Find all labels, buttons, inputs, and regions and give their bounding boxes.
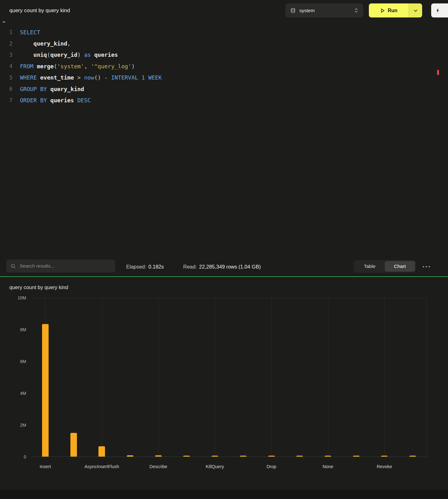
y-tick-label: 6M <box>7 359 26 364</box>
read-value: 22,285,349 rows (1.04 GB) <box>199 264 261 270</box>
bar <box>127 455 133 457</box>
y-tick-label: 10M <box>7 295 26 300</box>
sql-editor[interactable]: 1SELECT2 query_kind,3 uniq(query_id) as … <box>0 21 448 257</box>
search-box <box>6 259 115 273</box>
line-number: 5 <box>0 75 12 81</box>
chart-plot: InsertAsyncInsertFlushDescribeKillQueryD… <box>31 298 427 457</box>
bar <box>381 456 388 457</box>
bar <box>409 456 416 457</box>
chart-panel: query count by query kind InsertAsyncIns… <box>0 277 448 499</box>
updown-chevron-icon <box>354 8 358 13</box>
bar <box>183 456 190 457</box>
tab-chart[interactable]: Chart <box>385 261 415 272</box>
bar <box>70 433 77 457</box>
bar <box>42 324 49 457</box>
top-gridline <box>31 298 427 298</box>
x-axis-line <box>31 457 427 457</box>
view-toggle: Table Chart <box>354 260 416 273</box>
play-icon <box>380 8 385 13</box>
bar <box>325 456 331 457</box>
code-line: 2 query_kind, <box>0 38 448 49</box>
right-gridline <box>427 298 427 457</box>
search-input[interactable] <box>19 263 111 269</box>
database-icon <box>290 8 296 13</box>
line-number: 2 <box>0 41 12 47</box>
code-line: 6GROUP BY query_kind <box>0 83 448 94</box>
v-gridline <box>271 298 272 457</box>
code-text: FROM merge('system', '^query_log') <box>20 63 135 70</box>
x-tick-label: None <box>322 464 333 469</box>
elapsed-stat: Elapsed: 0.182s <box>126 257 164 276</box>
app: { "topbar": { "title": "query count by q… <box>0 0 448 499</box>
database-selector-value: system <box>299 8 354 13</box>
run-button-label: Run <box>388 8 397 13</box>
code-text: WHERE event_time > now() - INTERVAL 1 WE… <box>20 74 162 81</box>
lightning-icon <box>436 8 440 13</box>
run-button-group: Run <box>369 3 422 17</box>
y-tick-label: 0 <box>7 454 26 459</box>
editor-lines: 1SELECT2 query_kind,3 uniq(query_id) as … <box>0 27 448 106</box>
v-gridline <box>158 298 159 457</box>
x-tick-label: Describe <box>150 464 167 469</box>
more-options-button[interactable]: ··· <box>422 257 431 276</box>
chevron-down-icon <box>414 9 417 12</box>
elapsed-label: Elapsed: <box>126 264 146 270</box>
code-text: uniq(query_id) as queries <box>20 51 118 58</box>
x-tick-label: Insert <box>40 464 51 469</box>
v-gridline <box>215 298 215 457</box>
v-gridline <box>384 298 385 457</box>
x-tick-label: Revoke <box>377 464 392 469</box>
bar <box>212 456 218 457</box>
editor-change-indicator <box>2 22 5 22</box>
scrollbar-error-marker <box>437 70 439 75</box>
bar <box>296 456 303 457</box>
line-number: 7 <box>0 97 12 104</box>
line-number: 4 <box>0 63 12 69</box>
page-title: query count by query kind <box>9 7 70 14</box>
v-gridline <box>102 298 102 457</box>
chart-title: query count by query kind <box>9 284 68 290</box>
bar <box>155 455 162 457</box>
y-tick-label: 2M <box>7 423 26 428</box>
code-line: 1SELECT <box>0 27 448 38</box>
code-line: 7ORDER BY queries DESC <box>0 94 448 106</box>
bar <box>268 456 275 457</box>
code-text: ORDER BY queries DESC <box>20 97 91 104</box>
run-options-button[interactable] <box>409 3 422 17</box>
bar <box>98 446 105 457</box>
y-tick-label: 8M <box>7 327 26 332</box>
elapsed-value: 0.182s <box>148 264 164 270</box>
code-text: GROUP BY query_kind <box>20 86 84 92</box>
database-selector[interactable]: system <box>285 3 363 17</box>
x-tick-label: Drop <box>266 464 276 469</box>
line-number: 6 <box>0 86 12 92</box>
x-tick-label: AsyncInsertFlush <box>84 464 119 469</box>
tab-table[interactable]: Table <box>355 261 385 272</box>
v-gridline <box>328 298 328 457</box>
topbar: query count by query kind system Run <box>0 0 448 21</box>
line-number: 1 <box>0 29 12 35</box>
code-line: 4FROM merge('system', '^query_log') <box>0 61 448 72</box>
toolbar-extra-button[interactable] <box>431 3 448 17</box>
search-icon <box>11 264 16 269</box>
code-line: 3 uniq(query_id) as queries <box>0 49 448 61</box>
bar <box>353 456 360 457</box>
run-button[interactable]: Run <box>369 3 409 17</box>
line-number: 3 <box>0 52 12 58</box>
read-stat: Read: 22,285,349 rows (1.04 GB) <box>183 257 261 276</box>
results-toolbar: Elapsed: 0.182s Read: 22,285,349 rows (1… <box>0 257 448 276</box>
code-text: query_kind, <box>20 40 71 47</box>
y-tick-label: 4M <box>7 391 26 396</box>
bottom-strip <box>0 490 448 499</box>
code-text: SELECT <box>20 29 40 36</box>
read-label: Read: <box>183 264 197 270</box>
bar <box>240 456 246 457</box>
x-tick-label: KillQuery <box>206 464 224 469</box>
code-line: 5WHERE event_time > now() - INTERVAL 1 W… <box>0 72 448 83</box>
